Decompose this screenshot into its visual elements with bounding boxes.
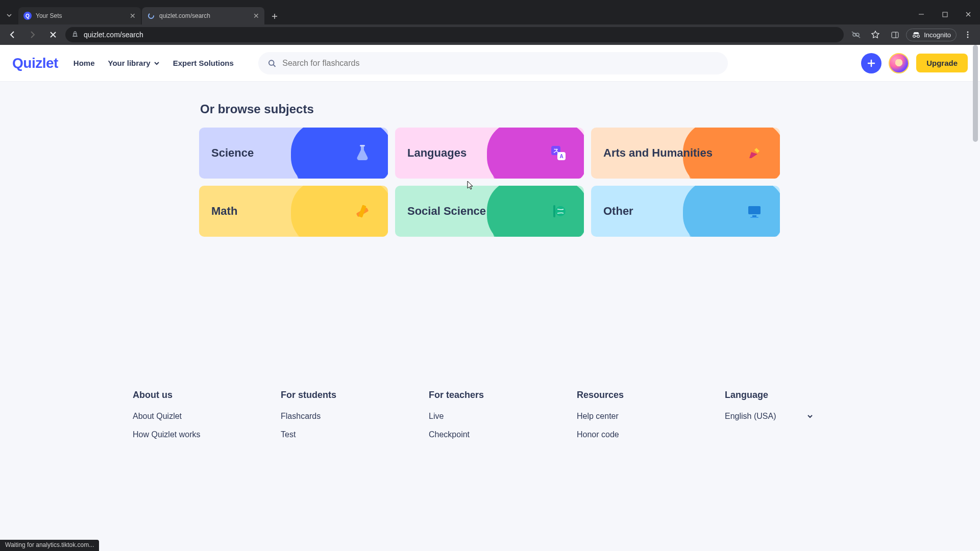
footer-col-students: For students Flashcards Test — [281, 390, 419, 448]
svg-point-8 — [967, 34, 969, 36]
subject-label: Math — [211, 204, 237, 218]
ruler-icon — [353, 202, 372, 220]
incognito-label: Incognito — [924, 31, 951, 39]
svg-point-10 — [269, 60, 274, 65]
nav-label: Expert Solutions — [173, 59, 234, 67]
monitor-icon — [745, 202, 764, 220]
translate-icon: スA — [549, 144, 568, 162]
url-text: quizlet.com/search — [84, 31, 143, 39]
incognito-icon — [912, 31, 921, 38]
search-input[interactable] — [282, 59, 719, 68]
svg-rect-22 — [750, 217, 758, 218]
plus-icon — [271, 13, 278, 20]
section-title: Or browse subjects — [200, 102, 781, 116]
nav-label: Home — [74, 59, 95, 67]
globe-icon — [549, 202, 568, 220]
subject-card-social-science[interactable]: Social Science — [395, 186, 584, 237]
footer-link[interactable]: How Quizlet works — [133, 430, 271, 439]
search-bar[interactable] — [258, 52, 728, 74]
create-button[interactable] — [861, 53, 881, 73]
tracking-blocked-icon[interactable] — [848, 27, 864, 43]
status-text: Waiting for analytics.tiktok.com... — [5, 541, 94, 548]
address-bar[interactable]: quizlet.com/search — [65, 27, 844, 42]
quizlet-logo[interactable]: Quizlet — [12, 55, 58, 71]
loading-spinner-icon — [147, 12, 155, 20]
subject-card-math[interactable]: Math — [199, 186, 388, 237]
flask-icon — [353, 144, 372, 162]
user-avatar[interactable] — [889, 53, 909, 73]
window-minimize-button[interactable] — [910, 4, 933, 24]
tab-search-button[interactable] — [0, 6, 18, 24]
svg-rect-21 — [752, 215, 756, 217]
new-tab-button[interactable] — [267, 9, 282, 23]
footer-link[interactable]: About Quizlet — [133, 412, 271, 421]
chevron-down-icon — [806, 413, 814, 420]
pencil-icon — [745, 144, 764, 162]
nav-your-library[interactable]: Your library — [108, 59, 160, 67]
footer-link[interactable]: Flashcards — [281, 412, 419, 421]
page-scrollbar[interactable] — [972, 45, 979, 551]
footer-heading: Language — [725, 390, 847, 400]
bookmark-button[interactable] — [867, 27, 884, 43]
subject-card-languages[interactable]: Languages スA — [395, 128, 584, 179]
scrollbar-thumb[interactable] — [973, 45, 978, 142]
panel-icon — [891, 31, 899, 39]
footer-link[interactable]: Checkpoint — [429, 430, 567, 439]
nav-label: Your library — [108, 59, 151, 67]
footer-link[interactable]: Honor code — [577, 430, 715, 439]
close-icon — [965, 11, 971, 17]
browser-status-bar: Waiting for analytics.tiktok.com... — [0, 540, 99, 551]
side-panel-button[interactable] — [887, 27, 903, 43]
tab-title: Your Sets — [36, 12, 62, 19]
svg-rect-11 — [360, 145, 365, 146]
browser-menu-button[interactable] — [960, 27, 976, 43]
subject-card-science[interactable]: Science — [199, 128, 388, 179]
arrow-right-icon — [28, 30, 37, 39]
footer-heading: Resources — [577, 390, 715, 400]
arrow-left-icon — [8, 30, 17, 39]
language-value: English (USA) — [725, 412, 776, 421]
upgrade-label: Upgrade — [926, 59, 958, 67]
svg-rect-18 — [553, 205, 555, 217]
site-info-icon[interactable] — [71, 31, 79, 39]
nav-home[interactable]: Home — [74, 59, 95, 67]
stop-reload-button[interactable] — [45, 27, 61, 43]
search-icon — [267, 59, 276, 68]
subject-label: Science — [211, 146, 254, 160]
svg-point-7 — [967, 32, 969, 33]
window-maximize-button[interactable] — [933, 4, 957, 24]
back-button[interactable] — [4, 27, 20, 43]
footer-link[interactable]: Live — [429, 412, 567, 421]
subject-card-other[interactable]: Other — [591, 186, 780, 237]
browser-tab[interactable]: quizlet.com/search ✕ — [142, 7, 264, 24]
nav-expert-solutions[interactable]: Expert Solutions — [173, 59, 234, 67]
svg-point-19 — [555, 206, 566, 216]
subject-label: Arts and Humanities — [603, 146, 713, 160]
forward-button[interactable] — [24, 27, 41, 43]
svg-text:ス: ス — [553, 147, 559, 154]
language-selector[interactable]: English (USA) — [725, 412, 847, 421]
svg-rect-20 — [748, 206, 761, 214]
site-footer: About us About Quizlet How Quizlet works… — [0, 390, 980, 469]
site-header: Quizlet Home Your library Expert Solutio… — [0, 45, 980, 82]
star-icon — [871, 30, 880, 39]
tab-close-button[interactable]: ✕ — [130, 12, 136, 20]
incognito-indicator[interactable]: Incognito — [906, 29, 957, 41]
browser-toolbar: quizlet.com/search Incognito — [0, 24, 980, 45]
footer-heading: For students — [281, 390, 419, 400]
footer-heading: About us — [133, 390, 271, 400]
upgrade-button[interactable]: Upgrade — [916, 54, 968, 72]
browser-tab[interactable]: Q Your Sets ✕ — [18, 7, 141, 24]
svg-rect-1 — [943, 12, 947, 17]
tab-close-button[interactable]: ✕ — [253, 12, 259, 20]
footer-link[interactable]: Help center — [577, 412, 715, 421]
subject-label: Other — [603, 204, 633, 218]
subject-card-arts-humanities[interactable]: Arts and Humanities — [591, 128, 780, 179]
svg-point-5 — [913, 35, 916, 38]
svg-point-0 — [149, 13, 154, 18]
chevron-down-icon — [154, 60, 160, 66]
window-close-button[interactable] — [957, 4, 980, 24]
footer-col-teachers: For teachers Live Checkpoint — [429, 390, 567, 448]
footer-link[interactable]: Test — [281, 430, 419, 439]
subject-label: Languages — [407, 146, 467, 160]
